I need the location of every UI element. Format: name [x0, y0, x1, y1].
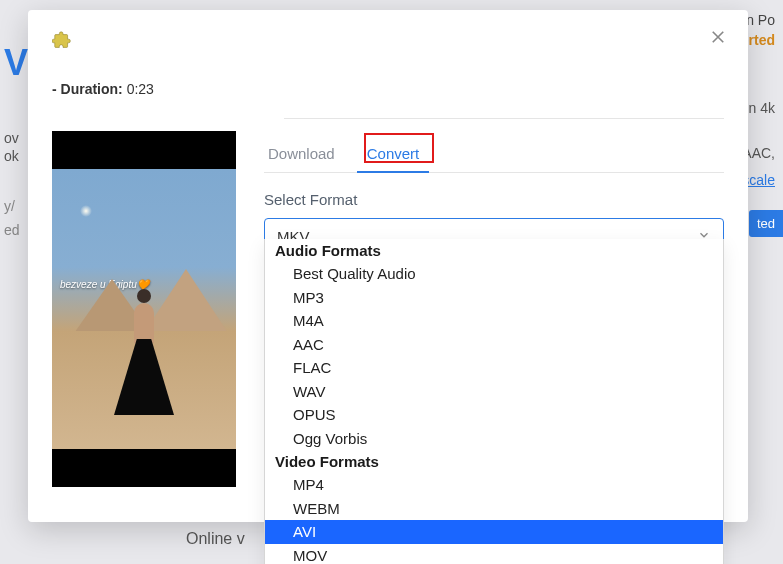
format-option[interactable]: MP4	[265, 473, 723, 497]
bg-frag: ov	[4, 130, 19, 146]
duration-row: - Duration: 0:23	[52, 81, 724, 97]
bg-bottom-text: Online v	[186, 530, 245, 548]
bg-frag: ok	[4, 148, 19, 164]
convert-modal: - Duration: 0:23 bezveze u Egiptu🧡 Downl…	[28, 10, 748, 522]
duration-value: 0:23	[127, 81, 154, 97]
bg-frag: in 4k	[745, 100, 775, 116]
format-option[interactable]: WAV	[265, 380, 723, 404]
format-option[interactable]: FLAC	[265, 356, 723, 380]
format-option[interactable]: MP3	[265, 286, 723, 310]
close-icon	[709, 28, 727, 49]
bg-frag: ed	[4, 222, 20, 238]
bg-button: ted	[749, 210, 783, 237]
close-button[interactable]	[706, 26, 730, 50]
tab-download[interactable]: Download	[264, 137, 339, 172]
format-option[interactable]: OPUS	[265, 403, 723, 427]
optgroup-audio: Audio Formats	[265, 239, 723, 262]
format-option[interactable]: Best Quality Audio	[265, 262, 723, 286]
video-thumbnail: bezveze u Egiptu🧡	[52, 131, 236, 487]
divider	[284, 118, 724, 119]
duration-label: - Duration:	[52, 81, 123, 97]
format-option[interactable]: WEBM	[265, 497, 723, 521]
tabs: Download Convert	[264, 131, 724, 173]
tab-convert[interactable]: Convert	[363, 137, 424, 172]
format-dropdown: Audio Formats Best Quality AudioMP3M4AAA…	[264, 239, 724, 564]
bg-frag: n Po	[746, 12, 775, 28]
extension-icon	[52, 30, 74, 55]
select-format-label: Select Format	[264, 191, 724, 208]
optgroup-video: Video Formats	[265, 450, 723, 473]
format-option[interactable]: AAC	[265, 333, 723, 357]
format-option[interactable]: AVI	[265, 520, 723, 544]
format-option[interactable]: Ogg Vorbis	[265, 427, 723, 451]
bg-frag: y/	[4, 198, 15, 214]
format-option[interactable]: MOV	[265, 544, 723, 565]
format-option[interactable]: M4A	[265, 309, 723, 333]
bg-frag: V	[4, 42, 28, 84]
